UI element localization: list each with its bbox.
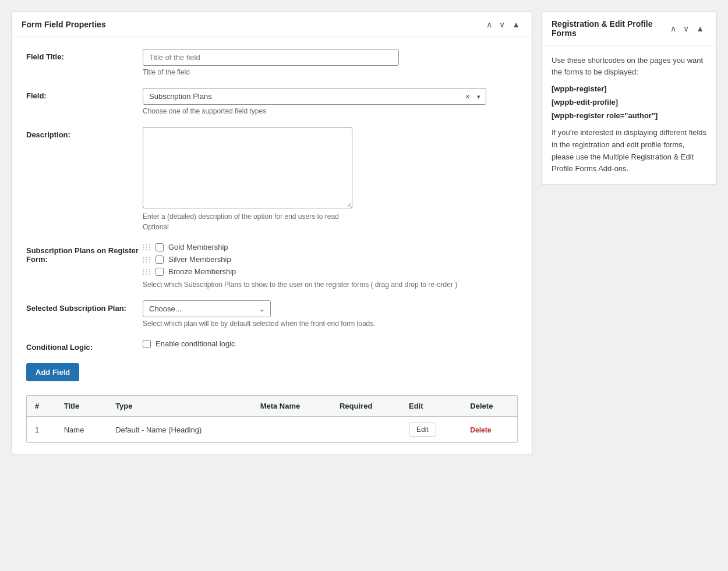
main-panel-title: Form Field Properties: [22, 20, 106, 29]
side-panel: Registration & Edit Profile Forms ∧ ∨ ▲ …: [542, 12, 716, 185]
field-title-control: Title of the field: [143, 49, 518, 76]
cell-delete[interactable]: Delete: [462, 417, 517, 443]
field-title-hint: Title of the field: [143, 68, 518, 76]
fields-table-section: # Title Type Meta Name Required Edit Del…: [26, 395, 518, 443]
col-delete: Delete: [462, 396, 517, 417]
field-row: Field: Subscription Plans × ▾ Choose one…: [26, 88, 518, 115]
field-control: Subscription Plans × ▾ Choose one of the…: [143, 88, 518, 115]
selected-plan-select[interactable]: Choose...: [143, 300, 271, 317]
conditional-logic-label: Conditional Logic:: [26, 339, 143, 352]
add-field-button[interactable]: Add Field: [26, 363, 79, 381]
field-select[interactable]: Subscription Plans: [143, 88, 486, 105]
selected-plan-hint: Select which plan will be by default sel…: [143, 320, 518, 328]
drag-handle-silver[interactable]: [143, 257, 151, 263]
bronze-membership-checkbox[interactable]: [156, 268, 164, 276]
selected-plan-row: Selected Subscription Plan: Choose... ⌄ …: [26, 300, 518, 328]
list-item: Silver Membership: [143, 255, 518, 264]
description-hint-2: Optional: [143, 223, 518, 231]
description-label: Description:: [26, 127, 143, 139]
shortcode-3: [wppb-register role="author"]: [552, 111, 706, 120]
cell-required: [331, 417, 401, 443]
col-type: Type: [107, 396, 252, 417]
shortcode-2: [wppb-edit-profile]: [552, 98, 706, 107]
shortcode-1: [wppb-register]: [552, 84, 706, 93]
side-intro: Use these shortcodes on the pages you wa…: [552, 55, 706, 77]
collapse-up-button[interactable]: ∧: [484, 19, 494, 30]
edit-button[interactable]: Edit: [409, 423, 436, 437]
col-required: Required: [331, 396, 401, 417]
col-number: #: [27, 396, 56, 417]
selected-plan-label: Selected Subscription Plan:: [26, 300, 143, 313]
field-select-clear-icon[interactable]: ×: [465, 92, 470, 101]
subscription-hint: Select which Subscription Plans to show …: [143, 281, 518, 289]
cell-type: Default - Name (Heading): [107, 417, 252, 443]
collapse-toggle-button[interactable]: ▲: [510, 19, 522, 30]
main-panel: Form Field Properties ∧ ∨ ▲ Field Title:…: [12, 12, 532, 455]
list-item: Gold Membership: [143, 243, 518, 251]
cell-edit[interactable]: Edit: [401, 417, 462, 443]
cell-title: Name: [56, 417, 107, 443]
main-panel-header: Form Field Properties ∧ ∨ ▲: [12, 12, 532, 37]
col-edit: Edit: [401, 396, 462, 417]
collapse-down-button[interactable]: ∨: [497, 19, 507, 30]
cell-number: 1: [27, 417, 56, 443]
field-label: Field:: [26, 88, 143, 100]
side-collapse-down-button[interactable]: ∨: [681, 23, 691, 34]
table-row: 1 Name Default - Name (Heading) Edit Del…: [27, 417, 517, 443]
fields-table: # Title Type Meta Name Required Edit Del…: [27, 396, 517, 442]
description-textarea[interactable]: [143, 127, 352, 208]
gold-membership-label: Gold Membership: [168, 243, 228, 251]
conditional-logic-control: Enable conditional logic: [143, 339, 518, 348]
table-header-row: # Title Type Meta Name Required Edit Del…: [27, 396, 517, 417]
field-hint: Choose one of the supported field types: [143, 107, 518, 115]
gold-membership-checkbox[interactable]: [156, 243, 164, 251]
main-panel-body: Field Title: Title of the field Field: S…: [12, 37, 532, 455]
field-title-input[interactable]: [143, 49, 399, 66]
field-title-row: Field Title: Title of the field: [26, 49, 518, 76]
selected-plan-control: Choose... ⌄ Select which plan will be by…: [143, 300, 518, 328]
conditional-logic-checkbox-label: Enable conditional logic: [156, 339, 235, 348]
side-header-controls: ∧ ∨ ▲: [668, 23, 706, 34]
side-panel-body: Use these shortcodes on the pages you wa…: [542, 45, 716, 185]
subscription-plans-control: Gold Membership Silver Membership: [143, 243, 518, 289]
conditional-logic-row: Conditional Logic: Enable conditional lo…: [26, 339, 518, 352]
list-item: Bronze Membership: [143, 267, 518, 276]
delete-button[interactable]: Delete: [470, 426, 491, 434]
field-title-label: Field Title:: [26, 49, 143, 61]
description-hint-1: Enter a (detailed) description of the op…: [143, 212, 518, 221]
conditional-logic-inner: Enable conditional logic: [143, 339, 518, 348]
subscription-plans-label: Subscription Plans on Register Form:: [26, 243, 143, 264]
col-title: Title: [56, 396, 107, 417]
description-control: Enter a (detailed) description of the op…: [143, 127, 518, 231]
drag-handle-bronze[interactable]: [143, 269, 151, 275]
description-row: Description: Enter a (detailed) descript…: [26, 127, 518, 231]
choose-select-wrapper: Choose... ⌄: [143, 300, 271, 317]
side-note: If you're interested in displaying diffe…: [552, 127, 706, 175]
field-select-wrapper: Subscription Plans × ▾: [143, 88, 486, 105]
side-collapse-up-button[interactable]: ∧: [668, 23, 678, 34]
drag-handle-gold[interactable]: [143, 244, 151, 250]
main-header-controls: ∧ ∨ ▲: [484, 19, 522, 30]
conditional-logic-checkbox[interactable]: [143, 340, 151, 348]
silver-membership-label: Silver Membership: [168, 255, 231, 264]
cell-meta: [252, 417, 331, 443]
subscription-plans-list: Gold Membership Silver Membership: [143, 243, 518, 276]
side-collapse-toggle-button[interactable]: ▲: [694, 23, 706, 34]
silver-membership-checkbox[interactable]: [156, 256, 164, 264]
col-meta: Meta Name: [252, 396, 331, 417]
bronze-membership-label: Bronze Membership: [168, 267, 236, 276]
side-panel-header: Registration & Edit Profile Forms ∧ ∨ ▲: [542, 12, 716, 45]
side-panel-title: Registration & Edit Profile Forms: [552, 19, 668, 38]
subscription-plans-row: Subscription Plans on Register Form: Gol…: [26, 243, 518, 289]
